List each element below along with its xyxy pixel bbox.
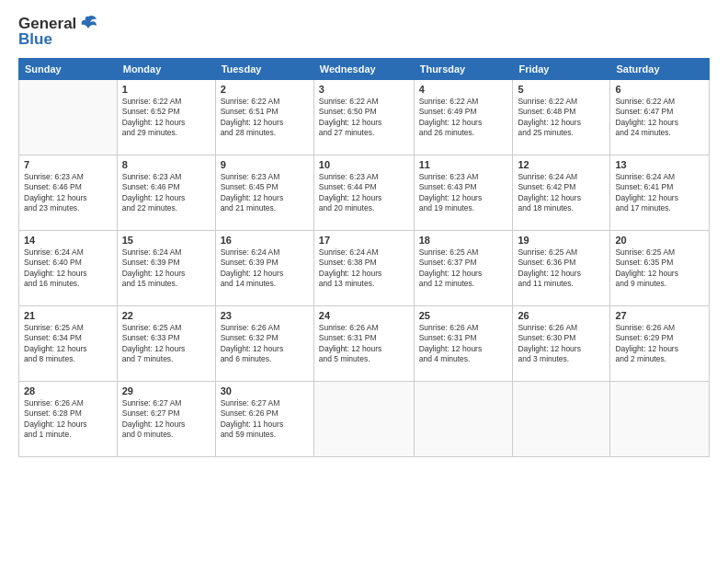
calendar-header-row: Sunday Monday Tuesday Wednesday Thursday… [19, 58, 710, 79]
day-number: 27 [615, 310, 704, 321]
calendar-cell: 19Sunrise: 6:25 AM Sunset: 6:36 PM Dayli… [513, 230, 610, 305]
day-number: 1 [122, 84, 210, 95]
calendar-cell: 7Sunrise: 6:23 AM Sunset: 6:46 PM Daylig… [19, 155, 118, 230]
day-info: Sunrise: 6:24 AM Sunset: 6:42 PM Dayligh… [518, 172, 605, 214]
calendar-cell: 26Sunrise: 6:26 AM Sunset: 6:30 PM Dayli… [513, 305, 610, 381]
day-info: Sunrise: 6:24 AM Sunset: 6:38 PM Dayligh… [319, 247, 409, 290]
day-number: 20 [615, 235, 704, 246]
day-info: Sunrise: 6:25 AM Sunset: 6:34 PM Dayligh… [24, 323, 112, 365]
calendar-cell: 6Sunrise: 6:22 AM Sunset: 6:47 PM Daylig… [610, 79, 710, 155]
day-number: 8 [122, 159, 210, 170]
day-number: 15 [122, 235, 210, 246]
day-number: 11 [419, 159, 508, 170]
col-sunday: Sunday [19, 58, 118, 79]
page: General Blue Sunday Monday Tuesday Wedne… [0, 0, 728, 563]
day-info: Sunrise: 6:27 AM Sunset: 6:27 PM Dayligh… [122, 398, 210, 441]
calendar-cell: 18Sunrise: 6:25 AM Sunset: 6:37 PM Dayli… [414, 230, 513, 305]
day-number: 21 [24, 310, 112, 321]
day-number: 9 [221, 159, 309, 170]
calendar-cell: 30Sunrise: 6:27 AM Sunset: 6:26 PM Dayli… [215, 381, 313, 456]
calendar-cell: 8Sunrise: 6:23 AM Sunset: 6:46 PM Daylig… [117, 155, 215, 230]
day-info: Sunrise: 6:24 AM Sunset: 6:41 PM Dayligh… [615, 172, 704, 214]
col-wednesday: Wednesday [313, 58, 414, 79]
calendar-week-row-3: 21Sunrise: 6:25 AM Sunset: 6:34 PM Dayli… [19, 305, 710, 381]
day-info: Sunrise: 6:23 AM Sunset: 6:44 PM Dayligh… [319, 172, 409, 214]
calendar-cell: 13Sunrise: 6:24 AM Sunset: 6:41 PM Dayli… [610, 155, 710, 230]
day-number: 22 [122, 310, 210, 321]
calendar-cell: 29Sunrise: 6:27 AM Sunset: 6:27 PM Dayli… [117, 381, 215, 456]
calendar-cell: 16Sunrise: 6:24 AM Sunset: 6:39 PM Dayli… [215, 230, 313, 305]
day-info: Sunrise: 6:22 AM Sunset: 6:51 PM Dayligh… [221, 97, 309, 139]
day-number: 26 [518, 310, 605, 321]
day-number: 7 [24, 159, 112, 170]
calendar-cell: 21Sunrise: 6:25 AM Sunset: 6:34 PM Dayli… [19, 305, 118, 381]
calendar-cell [610, 381, 710, 456]
calendar-cell: 14Sunrise: 6:24 AM Sunset: 6:40 PM Dayli… [19, 230, 118, 305]
day-info: Sunrise: 6:23 AM Sunset: 6:43 PM Dayligh… [419, 172, 508, 214]
day-info: Sunrise: 6:22 AM Sunset: 6:48 PM Dayligh… [518, 97, 605, 139]
day-number: 23 [221, 310, 309, 321]
day-number: 29 [122, 385, 210, 396]
calendar-cell [414, 381, 513, 456]
day-number: 13 [615, 159, 704, 170]
calendar-cell: 11Sunrise: 6:23 AM Sunset: 6:43 PM Dayli… [414, 155, 513, 230]
day-number: 10 [319, 159, 409, 170]
calendar-cell: 17Sunrise: 6:24 AM Sunset: 6:38 PM Dayli… [313, 230, 414, 305]
calendar-cell [313, 381, 414, 456]
logo: General Blue [18, 15, 98, 49]
day-info: Sunrise: 6:24 AM Sunset: 6:39 PM Dayligh… [221, 247, 309, 290]
day-info: Sunrise: 6:25 AM Sunset: 6:36 PM Dayligh… [518, 247, 605, 290]
calendar-cell: 25Sunrise: 6:26 AM Sunset: 6:31 PM Dayli… [414, 305, 513, 381]
day-info: Sunrise: 6:22 AM Sunset: 6:49 PM Dayligh… [419, 97, 508, 139]
day-info: Sunrise: 6:23 AM Sunset: 6:46 PM Dayligh… [24, 172, 112, 214]
calendar-cell: 10Sunrise: 6:23 AM Sunset: 6:44 PM Dayli… [313, 155, 414, 230]
col-friday: Friday [513, 58, 610, 79]
calendar-cell: 15Sunrise: 6:24 AM Sunset: 6:39 PM Dayli… [117, 230, 215, 305]
day-info: Sunrise: 6:24 AM Sunset: 6:40 PM Dayligh… [24, 247, 112, 290]
col-tuesday: Tuesday [215, 58, 313, 79]
day-info: Sunrise: 6:26 AM Sunset: 6:29 PM Dayligh… [615, 323, 704, 365]
day-number: 18 [419, 235, 508, 246]
day-number: 25 [419, 310, 508, 321]
day-number: 24 [319, 310, 409, 321]
header: General Blue [18, 15, 710, 49]
calendar-cell: 20Sunrise: 6:25 AM Sunset: 6:35 PM Dayli… [610, 230, 710, 305]
calendar-cell: 12Sunrise: 6:24 AM Sunset: 6:42 PM Dayli… [513, 155, 610, 230]
day-info: Sunrise: 6:22 AM Sunset: 6:50 PM Dayligh… [319, 97, 409, 139]
calendar-cell [513, 381, 610, 456]
calendar-week-row-0: 1Sunrise: 6:22 AM Sunset: 6:52 PM Daylig… [19, 79, 710, 155]
day-number: 30 [221, 385, 309, 396]
col-thursday: Thursday [414, 58, 513, 79]
day-info: Sunrise: 6:24 AM Sunset: 6:39 PM Dayligh… [122, 247, 210, 290]
day-info: Sunrise: 6:23 AM Sunset: 6:45 PM Dayligh… [221, 172, 309, 214]
calendar-cell: 28Sunrise: 6:26 AM Sunset: 6:28 PM Dayli… [19, 381, 118, 456]
day-info: Sunrise: 6:25 AM Sunset: 6:33 PM Dayligh… [122, 323, 210, 365]
day-info: Sunrise: 6:22 AM Sunset: 6:47 PM Dayligh… [615, 97, 704, 139]
calendar-table: Sunday Monday Tuesday Wednesday Thursday… [18, 58, 710, 457]
calendar-cell: 27Sunrise: 6:26 AM Sunset: 6:29 PM Dayli… [610, 305, 710, 381]
bird-icon [78, 15, 98, 33]
day-info: Sunrise: 6:25 AM Sunset: 6:35 PM Dayligh… [615, 247, 704, 290]
calendar-cell: 5Sunrise: 6:22 AM Sunset: 6:48 PM Daylig… [513, 79, 610, 155]
calendar-cell: 23Sunrise: 6:26 AM Sunset: 6:32 PM Dayli… [215, 305, 313, 381]
calendar-cell: 2Sunrise: 6:22 AM Sunset: 6:51 PM Daylig… [215, 79, 313, 155]
day-number: 19 [518, 235, 605, 246]
day-number: 3 [319, 84, 409, 95]
day-number: 2 [221, 84, 309, 95]
calendar-week-row-2: 14Sunrise: 6:24 AM Sunset: 6:40 PM Dayli… [19, 230, 710, 305]
col-monday: Monday [117, 58, 215, 79]
day-number: 28 [24, 385, 112, 396]
day-number: 6 [615, 84, 704, 95]
calendar-week-row-4: 28Sunrise: 6:26 AM Sunset: 6:28 PM Dayli… [19, 381, 710, 456]
calendar-week-row-1: 7Sunrise: 6:23 AM Sunset: 6:46 PM Daylig… [19, 155, 710, 230]
col-saturday: Saturday [610, 58, 710, 79]
day-number: 4 [419, 84, 508, 95]
day-info: Sunrise: 6:26 AM Sunset: 6:30 PM Dayligh… [518, 323, 605, 365]
day-info: Sunrise: 6:25 AM Sunset: 6:37 PM Dayligh… [419, 247, 508, 290]
day-number: 12 [518, 159, 605, 170]
calendar-cell: 3Sunrise: 6:22 AM Sunset: 6:50 PM Daylig… [313, 79, 414, 155]
day-number: 5 [518, 84, 605, 95]
day-number: 14 [24, 235, 112, 246]
day-info: Sunrise: 6:27 AM Sunset: 6:26 PM Dayligh… [221, 398, 309, 441]
day-number: 17 [319, 235, 409, 246]
